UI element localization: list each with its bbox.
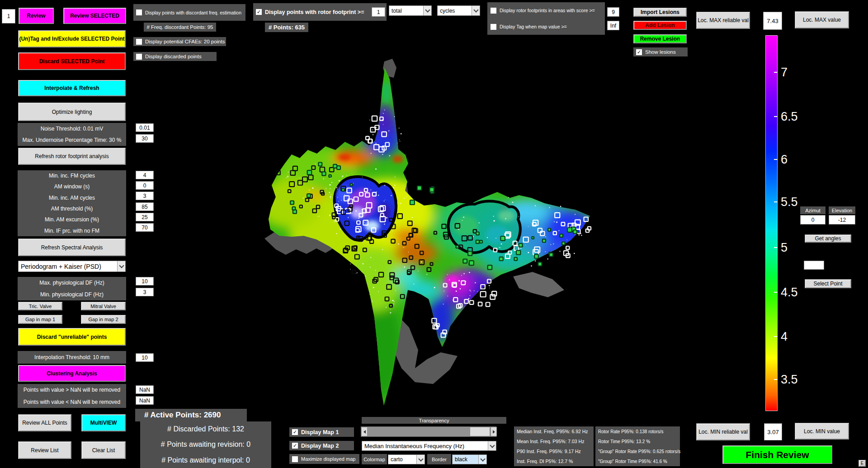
add-lesion-button[interactable]: Add Lesion bbox=[633, 21, 687, 30]
import-lesions-button[interactable]: Import Lesions bbox=[633, 8, 687, 17]
active-points-strip: # Active Points: 2690 bbox=[135, 409, 247, 421]
loc-max-button[interactable]: Loc. MAX value bbox=[795, 11, 849, 28]
slider-left-arrow[interactable] bbox=[361, 427, 368, 436]
maximize-map-label: Maximize displayed map bbox=[301, 456, 355, 462]
score-input[interactable]: 9 bbox=[607, 7, 619, 17]
loc-min-reliable-button[interactable]: Loc. MIN reliable val bbox=[696, 423, 750, 440]
multiview-button[interactable]: MultiVIEW bbox=[81, 414, 126, 431]
rotor-footprint-panel: ✓ Display points with rotor footprint >= bbox=[253, 3, 387, 21]
slider-right-arrow[interactable] bbox=[491, 427, 497, 436]
remove-lt-input[interactable]: NaN bbox=[136, 396, 154, 405]
discarded-checkbox[interactable] bbox=[136, 53, 142, 60]
display-map1-panel: ✓ Display Map 1 bbox=[289, 427, 354, 437]
show-lesions-checkbox[interactable]: ✓ bbox=[636, 49, 642, 56]
review-list-button[interactable]: Review List bbox=[18, 441, 71, 459]
chevron-down-icon bbox=[117, 261, 125, 271]
df-min-input[interactable]: 3 bbox=[136, 288, 154, 296]
border-dropdown[interactable]: black bbox=[452, 454, 487, 464]
transparency-slider[interactable] bbox=[361, 426, 496, 437]
review-all-button[interactable]: Review ALL Points bbox=[18, 414, 71, 431]
untag-include-button[interactable]: (Un)Tag and In/Exclude SELECTED Point bbox=[18, 30, 126, 47]
clear-list-button[interactable]: Clear List bbox=[81, 441, 126, 459]
chevron-down-icon bbox=[416, 455, 425, 464]
max-value-box[interactable]: 7.43 bbox=[763, 12, 782, 30]
review-button[interactable]: Review bbox=[19, 8, 54, 24]
discarded-label: Display discarded points bbox=[145, 54, 202, 59]
clustering-button[interactable]: Clustering Analysis bbox=[18, 365, 126, 382]
rotor-cycles-dropdown[interactable]: cycles bbox=[437, 5, 480, 16]
cfae-checkbox[interactable] bbox=[136, 38, 142, 45]
interp-threshold-panel: Interpolation Threshold: 10 mm bbox=[18, 351, 126, 364]
get-angles-button[interactable]: Get angles bbox=[805, 234, 851, 243]
param-input-fm-cycles[interactable]: 4 bbox=[136, 171, 154, 179]
cfae-label: Display potential CFAEs: 20 points bbox=[145, 39, 225, 44]
refresh-rotor-button[interactable]: Refresh rotor footprint analysis bbox=[18, 148, 126, 165]
gap-map2-button[interactable]: Gap in map 2 bbox=[81, 315, 126, 324]
score-label: Display rotor footprints in areas with s… bbox=[500, 8, 595, 13]
discarded-checkbox-panel: Display discarded points bbox=[133, 52, 217, 61]
stat-p90-freq: P90 Inst. Freq. P95%: 9.17 Hz bbox=[514, 447, 594, 456]
loc-min-button[interactable]: Loc. MIN value bbox=[795, 423, 849, 440]
discard-selected-button[interactable]: Discard SELECTED Point bbox=[18, 52, 126, 70]
review-selected-button[interactable]: Review SELECTED bbox=[63, 8, 126, 24]
display-map2-checkbox[interactable]: ✓ bbox=[292, 442, 298, 449]
rotor-footprint-checkbox[interactable]: ✓ bbox=[255, 9, 262, 15]
param-input-am-threshold[interactable]: 85 bbox=[136, 202, 154, 211]
azimut-label: Azimut bbox=[800, 206, 826, 214]
discarded-points-count: # Discarded Points: 132 bbox=[140, 421, 271, 437]
stat-freq-di: Inst. Freq. DI P5%: 12.7 % bbox=[514, 457, 594, 466]
colorbar-tick-label: 7 bbox=[781, 66, 788, 80]
param-input-am-excursion[interactable]: 25 bbox=[136, 213, 154, 221]
discordant-checkbox-panel: Display points with discordant freq. est… bbox=[133, 4, 245, 21]
remove-gt-input[interactable]: NaN bbox=[136, 385, 154, 394]
undernoise-label: Max. Undernoise Percentage Time: 30 % bbox=[18, 135, 126, 146]
colorbar-tick-label: 5.5 bbox=[781, 195, 798, 209]
interpolate-refresh-button[interactable]: Interpolate & Refresh bbox=[18, 80, 126, 96]
discordant-checkbox[interactable] bbox=[136, 9, 142, 16]
point-index-box[interactable]: 1 bbox=[2, 9, 15, 23]
undernoise-input[interactable]: 30 bbox=[136, 134, 154, 143]
display-map1-checkbox[interactable]: ✓ bbox=[292, 429, 298, 435]
discard-unreliable-button[interactable]: Discard "unreliable" points bbox=[18, 328, 126, 346]
chevron-down-icon bbox=[423, 6, 431, 15]
atrial-3d-map[interactable] bbox=[199, 54, 606, 416]
elevation-input[interactable]: -12 bbox=[829, 215, 855, 225]
elevation-label: Elevation bbox=[829, 206, 855, 214]
psd-method-dropdown[interactable]: Periodogram + Kaiser (PSD) bbox=[18, 261, 126, 272]
refresh-spectral-button[interactable]: Refresh Spectral Analysis bbox=[18, 239, 126, 256]
param-input-am-window[interactable]: 0 bbox=[136, 181, 154, 190]
optimize-lighting-button[interactable]: Optimize lighting bbox=[18, 103, 126, 121]
interp-threshold-input[interactable]: 10 bbox=[136, 353, 154, 362]
colormap-dropdown[interactable]: carto bbox=[388, 454, 425, 464]
param-input-if-prc[interactable]: 70 bbox=[136, 223, 154, 232]
chevron-down-icon bbox=[488, 441, 496, 450]
azimut-input[interactable]: 0 bbox=[800, 215, 826, 225]
mitral-valve-button[interactable]: Mitral Valve bbox=[81, 302, 126, 310]
maximize-map-checkbox[interactable] bbox=[292, 456, 298, 463]
loc-max-reliable-button[interactable]: Loc. MAX reliable val bbox=[696, 12, 750, 29]
remove-lesion-button[interactable]: Remove Lesion bbox=[633, 34, 687, 43]
rotor-footprint-input[interactable]: 1 bbox=[372, 7, 385, 17]
point-value-input[interactable] bbox=[804, 261, 824, 270]
param-input-am-cycles[interactable]: 3 bbox=[136, 192, 154, 200]
tag-checkbox[interactable] bbox=[490, 23, 497, 30]
score-checkbox[interactable] bbox=[490, 7, 497, 14]
corner-badge: E bbox=[859, 460, 866, 467]
slider-thumb[interactable] bbox=[470, 427, 490, 436]
df-max-input[interactable]: 10 bbox=[136, 277, 154, 285]
display-map2-label: Display Map 2 bbox=[301, 443, 339, 449]
map2-source-dropdown[interactable]: Median Instantaneous Frequency (Hz) bbox=[362, 441, 496, 451]
colorbar-tick bbox=[774, 292, 778, 293]
transparency-label: Transparency bbox=[362, 417, 506, 424]
noise-threshold-input[interactable]: 0.01 bbox=[136, 123, 154, 132]
finish-review-button[interactable]: Finish Review bbox=[722, 445, 832, 464]
min-value-box[interactable]: 3.07 bbox=[764, 423, 782, 440]
gap-map1-button[interactable]: Gap in map 1 bbox=[18, 315, 62, 324]
arrow-right-icon bbox=[493, 430, 495, 434]
tag-input[interactable]: Inf bbox=[607, 21, 619, 30]
select-point-button[interactable]: Select Point bbox=[805, 279, 851, 288]
ep-mapping-review-window: 1 Review Review SELECTED (Un)Tag and In/… bbox=[0, 0, 868, 468]
tric-valve-button[interactable]: Tric. Valve bbox=[18, 302, 62, 310]
rotor-total-dropdown[interactable]: total bbox=[389, 5, 432, 16]
map2-source-value: Median Instantaneous Frequency (Hz) bbox=[362, 443, 488, 449]
